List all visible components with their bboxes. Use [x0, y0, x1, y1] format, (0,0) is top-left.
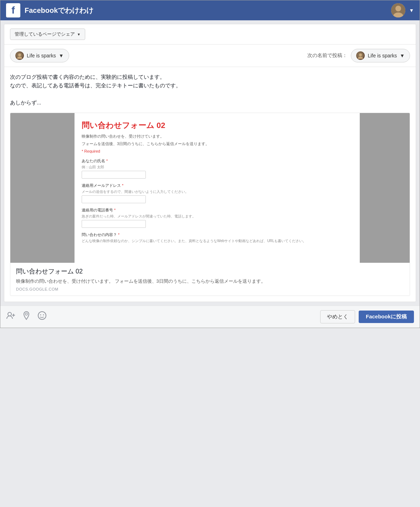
page-select-button[interactable]: Life is sparks ▼: [10, 49, 69, 62]
footer: やめとく Facebookに投稿: [0, 306, 420, 328]
form-preview-subtitle2: フォームを送信後、3日間のうちに、こちらから返信メールを送ります。: [82, 141, 353, 147]
footer-buttons: やめとく Facebookに投稿: [320, 310, 414, 323]
field-name-hint: 例：山田 太郎: [82, 165, 353, 170]
share-page-arrow: ▼: [77, 32, 81, 36]
header-right: ▼: [391, 3, 414, 17]
field-phone-label: 連絡用の電話番号 *: [82, 208, 353, 213]
svg-point-9: [8, 312, 11, 316]
avatar-image: [391, 3, 405, 17]
post-button[interactable]: Facebookに投稿: [359, 311, 414, 323]
main-content: 管理しているページでシェア ▼ Life is sparks ▼ 次の名前で投稿…: [4, 24, 416, 302]
form-preview-title: 問い合わせフォーム 02: [82, 120, 353, 131]
posting-as-icon: [356, 51, 365, 60]
preview-info: 問い合わせフォーム 02 映像制作の問い合わせを、受け付けています。 フォームを…: [10, 263, 410, 296]
field-inquiry-label: 問い合わせの内容？ *: [82, 232, 353, 237]
add-person-icon[interactable]: [6, 311, 15, 322]
posting-as-arrow: ▼: [400, 53, 405, 58]
svg-point-1: [395, 6, 401, 11]
svg-point-4: [18, 53, 21, 56]
footer-icons: [6, 311, 47, 322]
field-phone-input: [82, 220, 146, 228]
form-field-email: 連絡用メールアドレス * メールの送信をするので、間違いがないように入力してくだ…: [82, 183, 353, 203]
header: f Facebookでわけわけ ▼: [0, 0, 420, 20]
form-required-label: * Required: [82, 149, 353, 153]
page-name-label: Life is sparks: [27, 53, 56, 58]
posting-as-section: 次の名前で投稿： Life is sparks ▼: [307, 49, 410, 62]
location-icon[interactable]: [22, 311, 30, 322]
app-window: f Facebookでわけわけ ▼ 管理しているページでシェア ▼: [0, 0, 420, 328]
preview-info-url: DOCS.GOOGLE.COM: [16, 287, 404, 291]
header-left: f Facebookでわけわけ: [6, 3, 93, 17]
field-email-hint: メールの送信をするので、間違いがないように入力してください。: [82, 189, 353, 194]
svg-point-12: [25, 313, 27, 315]
post-text-line1: 次のブログ投稿で書く内容のために、実験的に投稿しています。: [10, 73, 410, 81]
page-selector-row: Life is sparks ▼ 次の名前で投稿： Life is sparks…: [4, 45, 416, 67]
share-bar: 管理しているページでシェア ▼: [4, 24, 416, 45]
preview-image-left-bar: [10, 113, 75, 263]
posting-as-name: Life is sparks: [368, 53, 397, 58]
page-icon: [15, 51, 24, 60]
svg-point-15: [43, 314, 44, 316]
field-email-input: [82, 195, 146, 203]
field-phone-hint: 急ぎの案件だった時、メールアドレスが間違っていた時、電話します。: [82, 214, 353, 219]
field-name-input: [82, 171, 146, 179]
post-text-line2: なので、表記してある電話番号は、完全にテキトーに書いたものです。: [10, 81, 410, 90]
svg-point-13: [38, 312, 46, 319]
header-title: Facebookでわけわけ: [25, 6, 93, 15]
svg-point-7: [359, 53, 362, 56]
cancel-button[interactable]: やめとく: [320, 310, 355, 323]
field-name-label: あなたの氏名 *: [82, 158, 353, 164]
preview-info-title: 問い合わせフォーム 02: [16, 267, 404, 276]
share-page-button[interactable]: 管理しているページでシェア ▼: [10, 29, 85, 40]
form-field-phone: 連絡用の電話番号 * 急ぎの案件だった時、メールアドレスが間違っていた時、電話し…: [82, 208, 353, 228]
preview-image-center: 問い合わせフォーム 02 映像制作の問い合わせを、受け付けています。 フォームを…: [75, 113, 360, 263]
facebook-logo: f: [6, 3, 20, 17]
svg-point-14: [40, 314, 41, 316]
post-text: 次のブログ投稿で書く内容のために、実験的に投稿しています。 なので、表記してある…: [10, 73, 410, 107]
page-select-arrow: ▼: [59, 53, 64, 58]
form-field-name: あなたの氏名 * 例：山田 太郎: [82, 158, 353, 179]
field-inquiry-hint: どんな映像の制作依頼なのか、シンプルに書いてください。また、資料となるようなWe…: [82, 239, 353, 244]
posting-as-label: 次の名前で投稿：: [307, 52, 347, 59]
posting-as-button[interactable]: Life is sparks ▼: [351, 49, 410, 62]
preview-image: 問い合わせフォーム 02 映像制作の問い合わせを、受け付けています。 フォームを…: [10, 113, 410, 263]
emoji-icon[interactable]: [37, 311, 47, 322]
field-email-label: 連絡用メールアドレス *: [82, 183, 353, 188]
preview-image-right-bar: [360, 113, 410, 263]
link-preview[interactable]: 問い合わせフォーム 02 映像制作の問い合わせを、受け付けています。 フォームを…: [10, 113, 410, 296]
post-body: 次のブログ投稿で書く内容のために、実験的に投稿しています。 なので、表記してある…: [4, 67, 416, 302]
header-dropdown-arrow[interactable]: ▼: [409, 7, 414, 13]
post-text-line3: あしからず...: [10, 98, 410, 107]
avatar[interactable]: [391, 3, 405, 17]
share-page-label: 管理しているページでシェア: [15, 31, 75, 37]
form-preview-subtitle1: 映像制作の問い合わせを、受け付けています。: [82, 134, 353, 139]
preview-info-desc: 映像制作の問い合わせを、受け付けています。 フォームを送信後、3日間のうちに、こ…: [16, 278, 404, 285]
form-field-inquiry: 問い合わせの内容？ * どんな映像の制作依頼なのか、シンプルに書いてください。ま…: [82, 232, 353, 244]
